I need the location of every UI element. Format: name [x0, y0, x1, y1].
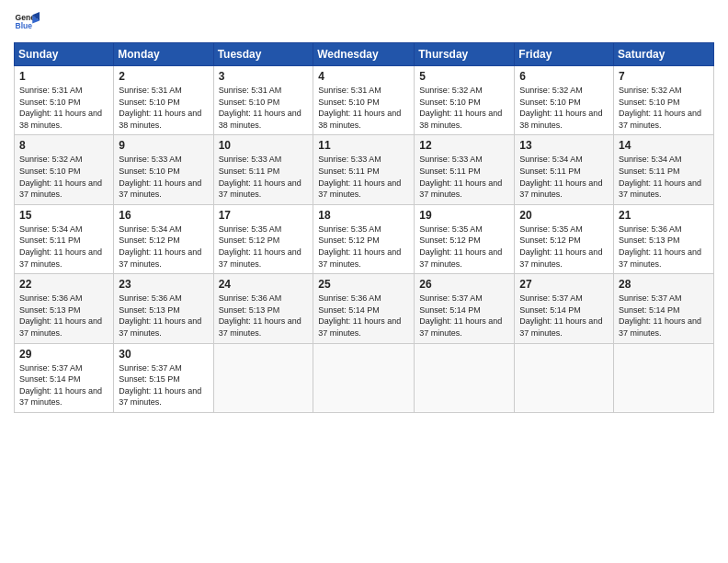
day-number: 27	[519, 278, 609, 291]
calendar-cell: 22 Sunrise: 5:36 AM Sunset: 5:13 PM Dayl…	[15, 274, 114, 343]
day-info: Sunrise: 5:36 AM Sunset: 5:13 PM Dayligh…	[19, 293, 108, 339]
day-number: 5	[419, 70, 509, 83]
sunrise-label: Sunrise: 5:35 AM	[219, 224, 282, 234]
calendar-cell: 18 Sunrise: 5:35 AM Sunset: 5:12 PM Dayl…	[313, 204, 415, 273]
sunset-label: Sunset: 5:10 PM	[419, 98, 481, 107]
sunset-label: Sunset: 5:10 PM	[519, 98, 581, 107]
day-number: 25	[318, 278, 409, 291]
calendar-cell: 17 Sunrise: 5:35 AM Sunset: 5:12 PM Dayl…	[213, 204, 313, 273]
calendar-cell: 15 Sunrise: 5:34 AM Sunset: 5:11 PM Dayl…	[15, 204, 114, 273]
calendar-cell: 9 Sunrise: 5:33 AM Sunset: 5:10 PM Dayli…	[114, 135, 213, 204]
daylight-label: Daylight: 11 hours and 37 minutes.	[219, 316, 301, 338]
svg-text:Blue: Blue	[16, 21, 33, 30]
sunrise-label: Sunrise: 5:32 AM	[619, 86, 682, 95]
calendar-cell	[515, 343, 614, 412]
day-info: Sunrise: 5:37 AM Sunset: 5:14 PM Dayligh…	[19, 362, 108, 408]
logo-icon: General Blue	[14, 9, 40, 35]
sunset-label: Sunset: 5:11 PM	[19, 236, 81, 245]
sunrise-label: Sunrise: 5:34 AM	[119, 224, 182, 234]
day-info: Sunrise: 5:33 AM Sunset: 5:11 PM Dayligh…	[318, 154, 409, 200]
sunset-label: Sunset: 5:10 PM	[19, 98, 81, 107]
sunrise-label: Sunrise: 5:36 AM	[619, 224, 682, 234]
day-number: 24	[219, 278, 309, 291]
sunset-label: Sunset: 5:11 PM	[519, 167, 581, 176]
calendar-cell: 29 Sunrise: 5:37 AM Sunset: 5:14 PM Dayl…	[15, 343, 114, 412]
sunrise-label: Sunrise: 5:31 AM	[219, 86, 282, 95]
calendar-header-row: SundayMondayTuesdayWednesdayThursdayFrid…	[15, 43, 714, 66]
day-header-saturday: Saturday	[614, 43, 714, 66]
daylight-label: Daylight: 11 hours and 38 minutes.	[219, 109, 301, 130]
daylight-label: Daylight: 11 hours and 37 minutes.	[119, 178, 201, 200]
sunrise-label: Sunrise: 5:36 AM	[318, 293, 381, 303]
sunset-label: Sunset: 5:11 PM	[419, 167, 481, 176]
day-info: Sunrise: 5:34 AM Sunset: 5:12 PM Dayligh…	[119, 224, 208, 270]
sunrise-label: Sunrise: 5:35 AM	[419, 224, 483, 234]
logo: General Blue	[14, 9, 43, 35]
daylight-label: Daylight: 11 hours and 37 minutes.	[119, 247, 201, 269]
day-info: Sunrise: 5:37 AM Sunset: 5:15 PM Dayligh…	[119, 362, 208, 408]
calendar-body: 1 Sunrise: 5:31 AM Sunset: 5:10 PM Dayli…	[15, 66, 714, 413]
calendar-cell: 8 Sunrise: 5:32 AM Sunset: 5:10 PM Dayli…	[15, 135, 114, 204]
day-header-monday: Monday	[114, 43, 213, 66]
day-number: 2	[119, 70, 208, 83]
sunrise-label: Sunrise: 5:34 AM	[19, 224, 83, 234]
sunset-label: Sunset: 5:10 PM	[619, 98, 680, 107]
calendar-table: SundayMondayTuesdayWednesdayThursdayFrid…	[14, 42, 714, 413]
sunset-label: Sunset: 5:14 PM	[519, 305, 581, 315]
daylight-label: Daylight: 11 hours and 37 minutes.	[119, 386, 201, 408]
day-info: Sunrise: 5:32 AM Sunset: 5:10 PM Dayligh…	[19, 154, 108, 200]
day-number: 14	[619, 139, 709, 152]
sunrise-label: Sunrise: 5:37 AM	[19, 363, 83, 373]
calendar-cell	[313, 343, 415, 412]
day-header-friday: Friday	[515, 43, 614, 66]
sunset-label: Sunset: 5:12 PM	[318, 236, 380, 245]
day-info: Sunrise: 5:34 AM Sunset: 5:11 PM Dayligh…	[619, 154, 709, 200]
sunset-label: Sunset: 5:10 PM	[119, 167, 180, 176]
calendar-cell: 13 Sunrise: 5:34 AM Sunset: 5:11 PM Dayl…	[515, 135, 614, 204]
day-info: Sunrise: 5:36 AM Sunset: 5:13 PM Dayligh…	[219, 293, 309, 339]
sunrise-label: Sunrise: 5:36 AM	[19, 293, 83, 303]
calendar-cell: 3 Sunrise: 5:31 AM Sunset: 5:10 PM Dayli…	[213, 66, 313, 135]
daylight-label: Daylight: 11 hours and 37 minutes.	[419, 247, 502, 269]
day-number: 4	[318, 70, 409, 83]
sunset-label: Sunset: 5:12 PM	[419, 236, 481, 245]
daylight-label: Daylight: 11 hours and 37 minutes.	[19, 178, 102, 200]
day-header-thursday: Thursday	[415, 43, 515, 66]
sunrise-label: Sunrise: 5:37 AM	[419, 293, 483, 303]
sunset-label: Sunset: 5:11 PM	[318, 167, 380, 176]
day-info: Sunrise: 5:34 AM Sunset: 5:11 PM Dayligh…	[19, 224, 108, 270]
day-info: Sunrise: 5:32 AM Sunset: 5:10 PM Dayligh…	[619, 85, 709, 131]
page-header: General Blue	[14, 9, 714, 35]
day-number: 21	[619, 209, 709, 222]
sunset-label: Sunset: 5:11 PM	[619, 167, 680, 176]
daylight-label: Daylight: 11 hours and 37 minutes.	[419, 178, 502, 200]
daylight-label: Daylight: 11 hours and 37 minutes.	[19, 386, 102, 408]
day-info: Sunrise: 5:35 AM Sunset: 5:12 PM Dayligh…	[219, 224, 309, 270]
sunset-label: Sunset: 5:10 PM	[318, 98, 380, 107]
calendar-week-row: 29 Sunrise: 5:37 AM Sunset: 5:14 PM Dayl…	[15, 343, 714, 412]
calendar-cell: 12 Sunrise: 5:33 AM Sunset: 5:11 PM Dayl…	[415, 135, 515, 204]
daylight-label: Daylight: 11 hours and 38 minutes.	[318, 109, 401, 130]
sunset-label: Sunset: 5:10 PM	[219, 98, 280, 107]
day-info: Sunrise: 5:36 AM Sunset: 5:13 PM Dayligh…	[119, 293, 208, 339]
day-number: 7	[619, 70, 709, 83]
sunrise-label: Sunrise: 5:31 AM	[19, 86, 83, 95]
day-info: Sunrise: 5:37 AM Sunset: 5:14 PM Dayligh…	[619, 293, 709, 339]
sunrise-label: Sunrise: 5:37 AM	[619, 293, 682, 303]
day-number: 1	[19, 70, 108, 83]
daylight-label: Daylight: 11 hours and 37 minutes.	[219, 178, 301, 200]
daylight-label: Daylight: 11 hours and 37 minutes.	[419, 316, 502, 338]
sunrise-label: Sunrise: 5:31 AM	[119, 86, 182, 95]
day-header-tuesday: Tuesday	[213, 43, 313, 66]
day-number: 11	[318, 139, 409, 152]
calendar-cell: 24 Sunrise: 5:36 AM Sunset: 5:13 PM Dayl…	[213, 274, 313, 343]
sunrise-label: Sunrise: 5:37 AM	[519, 293, 583, 303]
calendar-cell	[213, 343, 313, 412]
calendar-cell: 16 Sunrise: 5:34 AM Sunset: 5:12 PM Dayl…	[114, 204, 213, 273]
calendar-week-row: 1 Sunrise: 5:31 AM Sunset: 5:10 PM Dayli…	[15, 66, 714, 135]
calendar-week-row: 15 Sunrise: 5:34 AM Sunset: 5:11 PM Dayl…	[15, 204, 714, 273]
day-number: 28	[619, 278, 709, 291]
calendar-cell: 25 Sunrise: 5:36 AM Sunset: 5:14 PM Dayl…	[313, 274, 415, 343]
day-info: Sunrise: 5:36 AM Sunset: 5:13 PM Dayligh…	[619, 224, 709, 270]
daylight-label: Daylight: 11 hours and 37 minutes.	[619, 109, 701, 130]
